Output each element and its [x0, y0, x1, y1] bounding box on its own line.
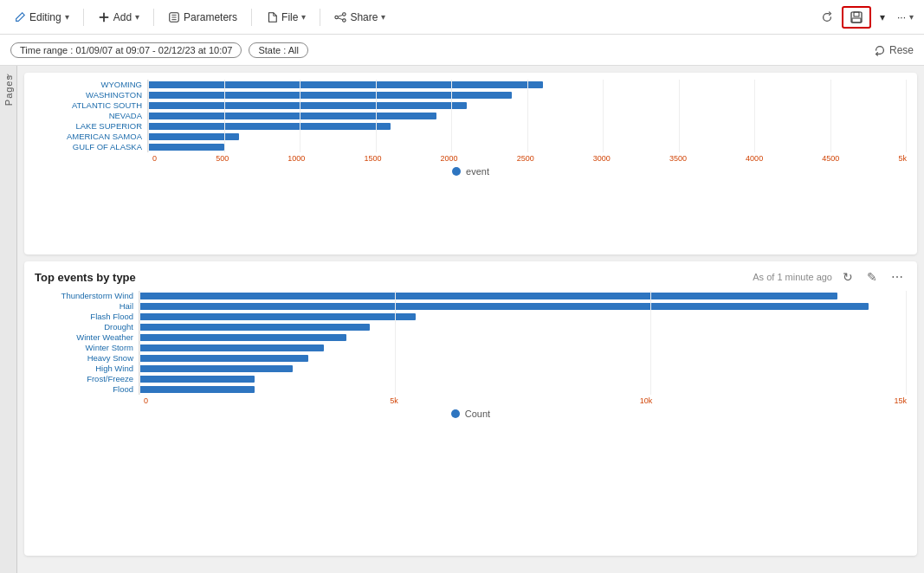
bottom-y-label: Hail — [35, 302, 133, 311]
bottom-chart-title: Top events by type — [35, 271, 136, 284]
bottom-bar-chart: Thunderstorm WindHailFlash FloodDroughtW… — [35, 291, 907, 419]
reset-button[interactable]: Rese — [874, 44, 914, 56]
add-button[interactable]: Add ▾ — [91, 8, 146, 27]
bottom-bar-row — [139, 291, 907, 301]
top-chart-inner: WYOMINGWASHINGTONATLANTIC SOUTHNEVADALAK… — [35, 80, 907, 152]
svg-point-6 — [343, 12, 346, 16]
share-icon — [334, 11, 346, 23]
top-bar — [148, 123, 391, 130]
top-bar-row — [148, 132, 907, 142]
more-options-button[interactable]: ··· ▾ — [894, 8, 917, 27]
bottom-y-axis: Thunderstorm WindHailFlash FloodDroughtW… — [35, 291, 139, 395]
bottom-chart-timestamp: As of 1 minute ago — [753, 272, 832, 282]
bottom-chart-card: Top events by type As of 1 minute ago ↻ … — [24, 261, 917, 556]
parameters-icon — [168, 11, 180, 23]
bottom-bar — [139, 334, 346, 341]
bottom-bar — [139, 293, 837, 299]
bottom-legend-dot — [451, 409, 460, 418]
pages-label: Pages — [3, 74, 14, 106]
bottom-bar-row — [139, 364, 907, 374]
time-range-label: Time range : 01/09/07 at 09:07 - 02/12/2… — [20, 45, 232, 55]
top-y-label: ATLANTIC SOUTH — [35, 101, 142, 110]
top-bar — [148, 144, 224, 151]
bottom-x-ticks: 05k10k15k — [144, 396, 907, 405]
bottom-y-label: Frost/Freeze — [35, 375, 133, 383]
file-icon — [266, 11, 278, 23]
top-chart-card: WYOMINGWASHINGTONATLANTIC SOUTHNEVADALAK… — [24, 73, 917, 254]
bottom-x-tick: 0 — [144, 396, 148, 405]
svg-line-10 — [339, 17, 343, 19]
bottom-bar — [139, 344, 324, 351]
bottom-chart-more-button[interactable]: ⋯ — [888, 268, 907, 286]
reset-icon — [874, 44, 886, 56]
top-y-label: GULF OF ALASKA — [35, 143, 142, 151]
save-icon — [850, 10, 863, 24]
file-label: File — [281, 11, 298, 23]
top-x-tick: 4500 — [822, 154, 839, 163]
bottom-y-label: Flash Flood — [35, 312, 133, 321]
top-x-tick: 3000 — [593, 154, 611, 163]
bottom-x-tick: 15k — [894, 396, 907, 405]
refresh-icon — [821, 11, 833, 23]
bottom-y-label: Thunderstorm Wind — [35, 292, 133, 300]
top-bar — [148, 102, 467, 109]
bottom-chart-edit-button[interactable]: ✎ — [863, 268, 881, 286]
top-y-label: WASHINGTON — [35, 91, 142, 100]
bottom-bar — [139, 324, 370, 331]
top-x-tick: 4000 — [746, 154, 763, 163]
bottom-bar-row — [139, 312, 907, 322]
bottom-chart-inner: Thunderstorm WindHailFlash FloodDroughtW… — [35, 291, 907, 395]
svg-rect-11 — [851, 12, 862, 23]
share-button[interactable]: Share ▾ — [327, 8, 392, 27]
top-bar — [148, 133, 239, 140]
top-bar-chart: WYOMINGWASHINGTONATLANTIC SOUTHNEVADALAK… — [35, 80, 907, 177]
top-y-label: LAKE SUPERIOR — [35, 122, 142, 131]
top-x-tick: 3500 — [669, 154, 687, 163]
state-filter[interactable]: State : All — [249, 42, 307, 58]
file-button[interactable]: File ▾ — [259, 8, 313, 27]
edit-icon — [14, 11, 26, 23]
bottom-y-label: Flood — [35, 385, 133, 394]
top-x-tick: 0 — [152, 154, 157, 163]
top-y-label: WYOMING — [35, 80, 142, 89]
bottom-bar — [139, 303, 869, 310]
top-bar-row — [148, 80, 907, 90]
top-bar-row — [148, 90, 907, 100]
state-label: State : All — [258, 45, 298, 55]
time-range-filter[interactable]: Time range : 01/09/07 at 09:07 - 02/12/2… — [10, 42, 242, 58]
top-x-tick: 5k — [898, 154, 907, 163]
top-y-label: NEVADA — [35, 112, 142, 120]
ellipsis-icon: ··· — [897, 11, 906, 23]
top-legend: event — [35, 166, 907, 177]
editing-button[interactable]: Editing ▾ — [7, 8, 76, 27]
top-bar-area — [147, 80, 907, 152]
bottom-chart-refresh-button[interactable]: ↻ — [839, 268, 856, 286]
sep1 — [83, 9, 84, 26]
more-chevron: ▾ — [909, 12, 914, 22]
bottom-y-label: High Wind — [35, 364, 133, 373]
bottom-bar-row — [139, 332, 907, 343]
bottom-chart-header: Top events by type As of 1 minute ago ↻ … — [35, 268, 907, 286]
top-x-ticks: 0500100015002000250030003500400045005k — [152, 154, 907, 163]
bottom-legend: Count — [35, 409, 907, 419]
refresh-button[interactable] — [817, 8, 837, 27]
top-bar-row — [148, 111, 907, 121]
top-x-tick: 2500 — [517, 154, 534, 163]
editing-chevron: ▾ — [65, 12, 69, 22]
bottom-bar-row — [139, 384, 907, 395]
pages-sidebar[interactable]: › Pages — [0, 66, 17, 573]
bottom-bar — [139, 355, 308, 362]
editing-label: Editing — [29, 11, 61, 23]
bottom-x-axis: 05k10k15k — [35, 396, 907, 405]
bottom-y-label: Drought — [35, 323, 133, 332]
bottom-bar-row — [139, 374, 907, 384]
bottom-legend-label: Count — [465, 409, 490, 419]
top-bar — [148, 113, 436, 119]
svg-rect-13 — [852, 18, 861, 23]
chevron-down-button[interactable]: ▾ — [876, 8, 888, 27]
save-button[interactable] — [842, 6, 871, 29]
parameters-button[interactable]: Parameters — [161, 8, 244, 27]
top-legend-label: event — [466, 166, 489, 177]
svg-point-7 — [335, 16, 339, 19]
bottom-bar-row — [139, 322, 907, 332]
